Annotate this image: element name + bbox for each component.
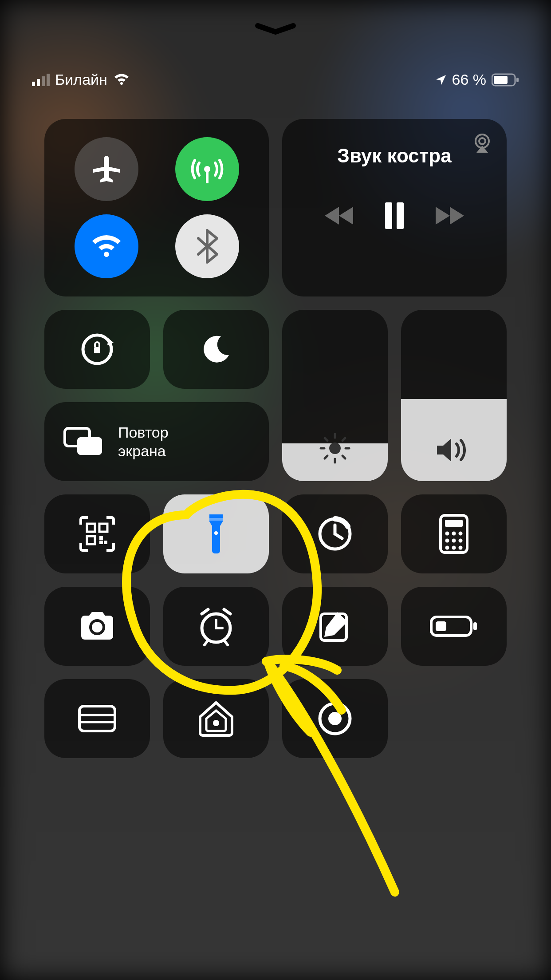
svg-rect-31 bbox=[99, 541, 103, 544]
battery-low-power-icon bbox=[429, 614, 478, 638]
svg-line-23 bbox=[342, 456, 345, 458]
alarm-button[interactable] bbox=[163, 587, 269, 666]
svg-point-39 bbox=[459, 532, 463, 536]
home-icon bbox=[196, 699, 236, 738]
connectivity-module[interactable] bbox=[44, 119, 269, 296]
svg-rect-28 bbox=[87, 536, 95, 544]
svg-point-17 bbox=[329, 443, 341, 454]
play-pause-button[interactable] bbox=[383, 202, 405, 229]
notes-button[interactable] bbox=[282, 587, 388, 666]
volume-slider[interactable] bbox=[401, 310, 507, 481]
svg-line-22 bbox=[325, 438, 327, 441]
wallet-button[interactable] bbox=[44, 679, 150, 758]
screen-mirroring-icon bbox=[62, 426, 105, 458]
camera-icon bbox=[76, 610, 118, 642]
airplay-icon[interactable] bbox=[470, 131, 494, 154]
svg-point-43 bbox=[445, 546, 449, 550]
svg-rect-16 bbox=[77, 437, 102, 455]
pause-icon bbox=[383, 202, 405, 229]
next-track-button[interactable] bbox=[434, 205, 466, 226]
svg-line-24 bbox=[342, 438, 345, 441]
svg-rect-12 bbox=[397, 202, 404, 229]
svg-rect-32 bbox=[209, 518, 223, 521]
svg-rect-30 bbox=[104, 541, 107, 544]
svg-rect-14 bbox=[94, 347, 100, 353]
airplane-mode-toggle[interactable] bbox=[75, 137, 138, 201]
camera-button[interactable] bbox=[44, 587, 150, 666]
wifi-icon bbox=[89, 232, 124, 261]
wifi-toggle[interactable] bbox=[75, 214, 138, 278]
bluetooth-toggle[interactable] bbox=[175, 214, 239, 278]
svg-rect-36 bbox=[445, 520, 463, 527]
low-power-mode-toggle[interactable] bbox=[401, 587, 507, 666]
svg-point-42 bbox=[459, 539, 463, 543]
flashlight-icon bbox=[206, 512, 226, 556]
alarm-clock-icon bbox=[196, 606, 236, 647]
qr-code-icon bbox=[79, 516, 115, 552]
note-compose-icon bbox=[316, 608, 354, 645]
cellular-signal-icon bbox=[32, 74, 50, 86]
svg-rect-3 bbox=[47, 74, 50, 86]
forward-icon bbox=[434, 205, 466, 226]
svg-point-53 bbox=[213, 720, 219, 726]
orientation-lock-toggle[interactable] bbox=[44, 310, 150, 389]
calculator-icon bbox=[439, 514, 468, 554]
svg-rect-1 bbox=[37, 79, 40, 86]
brightness-icon bbox=[317, 431, 353, 466]
svg-line-25 bbox=[325, 456, 327, 458]
svg-point-44 bbox=[452, 546, 456, 550]
control-center-grabber[interactable] bbox=[253, 22, 298, 36]
moon-icon bbox=[200, 333, 232, 366]
screen-mirroring-label: Повторэкрана bbox=[118, 423, 169, 461]
cellular-antenna-icon bbox=[189, 150, 226, 188]
svg-point-41 bbox=[452, 539, 456, 543]
timer-button[interactable] bbox=[282, 494, 388, 573]
svg-point-45 bbox=[459, 546, 463, 550]
svg-rect-29 bbox=[99, 536, 103, 540]
svg-rect-2 bbox=[42, 76, 45, 86]
do-not-disturb-toggle[interactable] bbox=[163, 310, 269, 389]
svg-rect-6 bbox=[516, 78, 519, 82]
media-module[interactable]: Звук костра bbox=[282, 119, 507, 296]
svg-rect-52 bbox=[79, 706, 115, 731]
qr-scanner-button[interactable] bbox=[44, 494, 150, 573]
status-bar: Билайн 66 % bbox=[0, 71, 551, 88]
bluetooth-icon bbox=[196, 229, 218, 264]
carrier-label: Билайн bbox=[55, 71, 107, 88]
wifi-icon bbox=[113, 73, 130, 87]
timer-icon bbox=[316, 515, 354, 553]
screen-mirroring-button[interactable]: Повторэкрана bbox=[44, 402, 269, 481]
svg-point-37 bbox=[445, 532, 449, 536]
orientation-lock-icon bbox=[77, 329, 117, 369]
svg-point-40 bbox=[445, 539, 449, 543]
battery-icon bbox=[492, 73, 519, 87]
brightness-slider[interactable] bbox=[282, 310, 388, 481]
svg-rect-8 bbox=[206, 171, 209, 183]
now-playing-title: Звук костра bbox=[300, 145, 489, 167]
svg-point-38 bbox=[452, 532, 456, 536]
wallet-icon bbox=[76, 702, 118, 735]
location-icon bbox=[435, 74, 447, 86]
svg-point-9 bbox=[479, 138, 485, 144]
home-button[interactable] bbox=[163, 679, 269, 758]
rewind-icon bbox=[323, 205, 355, 226]
battery-percent-label: 66 % bbox=[452, 71, 487, 88]
cellular-data-toggle[interactable] bbox=[175, 137, 239, 201]
screen-recording-button[interactable] bbox=[282, 679, 388, 758]
svg-rect-5 bbox=[494, 76, 508, 84]
svg-rect-27 bbox=[99, 524, 107, 532]
svg-rect-0 bbox=[32, 82, 35, 86]
previous-track-button[interactable] bbox=[323, 205, 355, 226]
svg-rect-11 bbox=[385, 202, 392, 229]
svg-rect-26 bbox=[87, 524, 95, 532]
calculator-button[interactable] bbox=[401, 494, 507, 573]
record-icon bbox=[316, 700, 354, 737]
svg-point-33 bbox=[214, 531, 218, 535]
flashlight-toggle[interactable] bbox=[163, 494, 269, 573]
svg-point-55 bbox=[328, 712, 342, 725]
volume-icon bbox=[434, 434, 473, 466]
airplane-icon bbox=[90, 152, 123, 186]
svg-rect-51 bbox=[473, 622, 477, 630]
svg-rect-50 bbox=[436, 621, 446, 631]
